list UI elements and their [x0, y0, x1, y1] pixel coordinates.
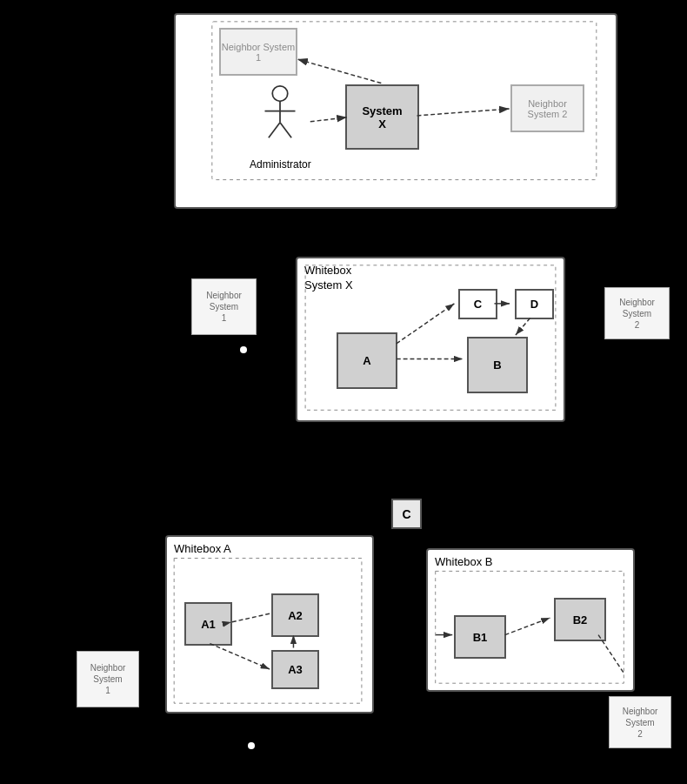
neighbor-system-2-d3: Neighbor System 2: [609, 696, 671, 748]
neighbor-system-2-d1: Neighbor System 2: [510, 84, 584, 132]
svg-line-8: [417, 109, 510, 116]
standalone-c: C: [391, 499, 422, 529]
svg-line-9: [297, 59, 381, 84]
svg-line-7: [310, 117, 347, 122]
administrator-figure: [258, 84, 302, 145]
dot-d3: [248, 742, 255, 749]
administrator-label: Administrator: [250, 158, 311, 171]
neighbor-system-2-d2: Neighbor System 2: [604, 287, 670, 339]
svg-line-31: [505, 618, 550, 635]
svg-line-25: [210, 644, 270, 669]
svg-line-24: [231, 613, 270, 622]
box-d-d2: D: [515, 289, 554, 319]
diagram3a: Whitebox A A1 A2 A3: [165, 535, 374, 714]
dot-d2: [240, 346, 247, 353]
box-a3: A3: [271, 650, 319, 689]
box-b2: B2: [554, 598, 606, 641]
box-c-d2: C: [458, 289, 497, 319]
svg-line-15: [397, 304, 455, 344]
box-b1: B1: [454, 615, 506, 659]
box-a1: A1: [184, 602, 232, 646]
box-b-d2: B: [467, 337, 528, 393]
system-x-d1: System X: [345, 84, 419, 150]
diagram3b: Whitebox B B1 B2: [426, 548, 635, 692]
neighbor-system-1-d1: Neighbor System 1: [219, 28, 297, 76]
neighbor-system-1-d2: Neighbor System 1: [191, 278, 257, 335]
box-a-d2: A: [337, 332, 397, 389]
svg-point-0: [272, 86, 288, 102]
diagram1: Neighbor System 1 System X Neighbor Syst…: [174, 13, 617, 209]
diagram2: Whitebox System X A C D B: [296, 257, 565, 422]
svg-line-18: [516, 318, 530, 336]
svg-line-3: [269, 123, 280, 138]
neighbor-system-1-d3: Neighbor System 1: [77, 651, 139, 707]
box-a2: A2: [271, 593, 319, 637]
svg-line-4: [280, 123, 291, 138]
